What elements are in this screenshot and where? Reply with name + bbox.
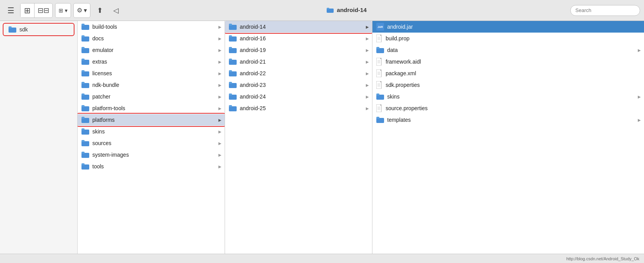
list-item[interactable]: android-14▶ bbox=[225, 21, 372, 33]
folder-icon bbox=[81, 163, 89, 170]
chevron-icon: ▶ bbox=[218, 95, 222, 99]
window-title: android-14 bbox=[125, 7, 568, 14]
folder-icon bbox=[81, 24, 89, 30]
folder-icon bbox=[229, 82, 237, 88]
chevron-icon: ▶ bbox=[638, 95, 641, 99]
file-icon bbox=[376, 35, 383, 42]
sidebar-folder-icon bbox=[9, 26, 16, 33]
list-item[interactable]: ndk-bundle▶ bbox=[78, 79, 225, 91]
list-item[interactable]: docs▶ bbox=[78, 33, 225, 44]
folder-icon bbox=[81, 59, 89, 65]
svg-rect-2 bbox=[327, 8, 329, 9]
folder-icon bbox=[81, 47, 89, 53]
list-item[interactable]: source.properties bbox=[372, 102, 644, 114]
item-label: templates bbox=[387, 117, 640, 123]
svg-rect-10 bbox=[81, 47, 85, 49]
list-item[interactable]: emulator▶ bbox=[78, 44, 225, 56]
grid-view-button[interactable]: ⊞ bbox=[21, 3, 35, 17]
svg-rect-4 bbox=[9, 26, 12, 28]
chevron-icon: ▶ bbox=[218, 60, 222, 64]
item-label: system-images bbox=[92, 152, 221, 158]
item-label: android-24 bbox=[240, 93, 368, 100]
item-label: android-19 bbox=[240, 47, 368, 53]
item-label: skins bbox=[92, 128, 221, 135]
item-label: patcher bbox=[92, 93, 221, 100]
gear-button[interactable]: ⚙ ▾ bbox=[74, 3, 90, 17]
item-label: android-21 bbox=[240, 59, 368, 65]
item-label: platform-tools bbox=[92, 105, 221, 111]
list-item[interactable]: android-22▶ bbox=[225, 67, 372, 79]
folder-icon bbox=[81, 117, 89, 123]
list-item[interactable]: extras▶ bbox=[78, 56, 225, 67]
svg-rect-36 bbox=[229, 47, 232, 49]
list-item[interactable]: platforms▶ bbox=[78, 114, 225, 126]
chevron-icon: ▶ bbox=[218, 164, 222, 169]
list-view-button[interactable]: ⊟⊟ bbox=[35, 3, 52, 17]
folder-icon bbox=[81, 152, 89, 158]
search-input[interactable] bbox=[570, 5, 640, 16]
list-item[interactable]: package.xml bbox=[372, 67, 644, 79]
list-item[interactable]: android-23▶ bbox=[225, 79, 372, 91]
chevron-icon: ▶ bbox=[218, 130, 222, 134]
chevron-icon: ▶ bbox=[218, 118, 222, 122]
chevron-icon: ▶ bbox=[218, 106, 222, 111]
item-label: platforms bbox=[92, 117, 221, 123]
folder-icon bbox=[81, 93, 89, 100]
item-label: ndk-bundle bbox=[92, 82, 221, 88]
svg-rect-8 bbox=[81, 35, 85, 37]
folder-icon bbox=[376, 93, 384, 100]
back-button[interactable]: ◁ bbox=[109, 3, 123, 17]
list-item[interactable]: tools▶ bbox=[78, 161, 225, 172]
list-item[interactable]: licenses▶ bbox=[78, 67, 225, 79]
item-label: android-25 bbox=[240, 105, 368, 111]
list-item[interactable]: build-tools▶ bbox=[78, 21, 225, 33]
item-label: framework.aidl bbox=[386, 59, 640, 65]
list-item[interactable]: JARandroid.jar bbox=[372, 21, 644, 33]
folder-icon bbox=[229, 59, 237, 65]
list-item[interactable]: templates▶ bbox=[372, 114, 644, 126]
folder-icon bbox=[229, 24, 237, 30]
list-item[interactable]: system-images▶ bbox=[78, 149, 225, 161]
file-icon bbox=[376, 58, 383, 66]
list-item[interactable]: android-16▶ bbox=[225, 33, 372, 44]
list-item[interactable]: patcher▶ bbox=[78, 91, 225, 102]
folder-icon bbox=[229, 93, 237, 100]
list-item[interactable]: sources▶ bbox=[78, 137, 225, 149]
folder-icon bbox=[81, 128, 89, 135]
list-item[interactable]: skins▶ bbox=[372, 91, 644, 102]
title-folder-icon bbox=[327, 7, 334, 13]
list-item[interactable]: android-19▶ bbox=[225, 44, 372, 56]
status-bar: http://blog.csdn.net/Android_Study_Ok bbox=[0, 254, 644, 263]
list-item[interactable]: sdk.properties bbox=[372, 79, 644, 91]
item-label: android.jar bbox=[387, 24, 640, 30]
list-item[interactable]: framework.aidl bbox=[372, 56, 644, 67]
list-item[interactable]: data▶ bbox=[372, 44, 644, 56]
folder-icon bbox=[229, 35, 237, 42]
list-item[interactable]: platform-tools▶ bbox=[78, 102, 225, 114]
folder-icon bbox=[81, 70, 89, 76]
chevron-icon: ▶ bbox=[366, 95, 369, 99]
svg-rect-66 bbox=[376, 93, 379, 95]
file-icon bbox=[376, 81, 383, 89]
svg-rect-34 bbox=[229, 35, 232, 37]
title-text: android-14 bbox=[337, 7, 367, 13]
svg-rect-26 bbox=[81, 140, 85, 142]
list-item[interactable]: skins▶ bbox=[78, 126, 225, 137]
chevron-icon: ▶ bbox=[638, 48, 641, 52]
item-label: sdk.properties bbox=[386, 82, 640, 88]
share-button[interactable]: ⬆ bbox=[93, 3, 107, 17]
list-item[interactable]: android-24▶ bbox=[225, 91, 372, 102]
item-label: package.xml bbox=[386, 70, 640, 76]
menu-button[interactable]: ☰ bbox=[4, 3, 18, 17]
folder-icon bbox=[376, 47, 384, 53]
chevron-icon: ▶ bbox=[218, 48, 222, 52]
view-more-button[interactable]: ⊞ ▾ bbox=[55, 3, 71, 17]
item-label: extras bbox=[92, 59, 221, 65]
chevron-icon: ▶ bbox=[366, 48, 369, 52]
column-panel: build-tools▶ docs▶ emulator▶ extras▶ lic… bbox=[78, 21, 644, 254]
sidebar-item-sdk[interactable]: sdk ▶ bbox=[4, 24, 73, 35]
item-label: licenses bbox=[92, 70, 221, 76]
list-item[interactable]: build.prop bbox=[372, 33, 644, 44]
list-item[interactable]: android-25▶ bbox=[225, 102, 372, 114]
list-item[interactable]: android-21▶ bbox=[225, 56, 372, 67]
